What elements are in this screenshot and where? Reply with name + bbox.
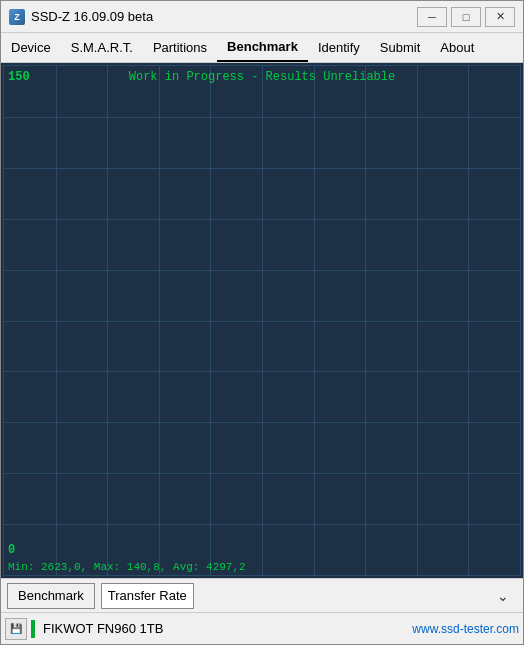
menu-item-benchmark[interactable]: Benchmark — [217, 33, 308, 62]
content-area: 150 Work in Progress - Results Unreliabl… — [1, 63, 523, 578]
menu-item-submit[interactable]: Submit — [370, 33, 430, 62]
menu-item-identify[interactable]: Identify — [308, 33, 370, 62]
status-bar: 💾 FIKWOT FN960 1TB www.ssd-tester.com — [1, 612, 523, 644]
website-link: www.ssd-tester.com — [412, 622, 519, 636]
chart-stats: Min: 2623,0, Max: 140,8, Avg: 4297,2 — [8, 561, 246, 573]
menu-item-partitions[interactable]: Partitions — [143, 33, 217, 62]
drive-name: FIKWOT FN960 1TB — [39, 621, 408, 636]
menu-item-about[interactable]: About — [430, 33, 484, 62]
window-controls: ─ □ ✕ — [417, 7, 515, 27]
menu-item-device[interactable]: Device — [1, 33, 61, 62]
status-icon: 💾 — [5, 618, 27, 640]
drive-bar — [31, 620, 35, 638]
title-bar: Z SSD-Z 16.09.09 beta ─ □ ✕ — [1, 1, 523, 33]
transfer-rate-select-wrapper: Transfer Rate IOPS Latency — [101, 583, 517, 609]
chart-y-min: 0 — [8, 543, 15, 557]
benchmark-button[interactable]: Benchmark — [7, 583, 95, 609]
close-button[interactable]: ✕ — [485, 7, 515, 27]
menu-item-smart[interactable]: S.M.A.R.T. — [61, 33, 143, 62]
chart-grid — [4, 66, 520, 575]
app-icon: Z — [9, 9, 25, 25]
main-window: Z SSD-Z 16.09.09 beta ─ □ ✕ Device S.M.A… — [0, 0, 524, 645]
maximize-button[interactable]: □ — [451, 7, 481, 27]
bottom-controls: Benchmark Transfer Rate IOPS Latency — [1, 578, 523, 612]
window-title: SSD-Z 16.09.09 beta — [31, 9, 417, 24]
transfer-rate-select[interactable]: Transfer Rate IOPS Latency — [101, 583, 194, 609]
chart-area: 150 Work in Progress - Results Unreliabl… — [3, 65, 521, 576]
menu-bar: Device S.M.A.R.T. Partitions Benchmark I… — [1, 33, 523, 63]
minimize-button[interactable]: ─ — [417, 7, 447, 27]
chart-watermark: Work in Progress - Results Unreliable — [4, 70, 520, 84]
